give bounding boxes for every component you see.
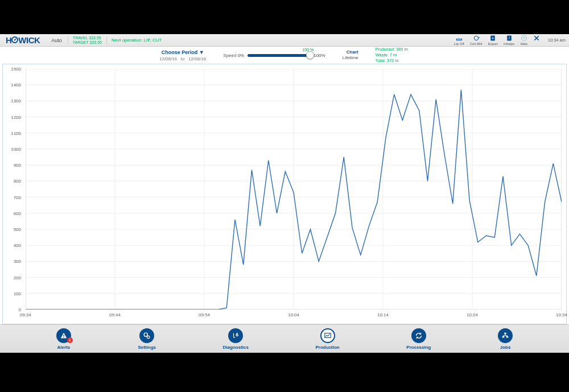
x-tick-label: 10:04: [288, 312, 299, 317]
speed-right-label: 100%: [314, 53, 325, 58]
speed-slider[interactable]: 100 %: [248, 54, 310, 57]
travel-target-block: TRAVEL 323.55 TARGET 323.55: [68, 36, 107, 44]
y-tick-label: 800: [14, 179, 21, 184]
target-label: TARGET: [73, 40, 89, 44]
y-tick-label: 1000: [11, 146, 21, 151]
stats-block: Produced: 365 m Waste: 7 m Total: 372 m: [376, 47, 408, 63]
stat-total: Total: 372 m: [376, 58, 408, 64]
y-tick-label: 1400: [11, 82, 21, 88]
x-tick-label: 09:34: [20, 312, 31, 317]
brand-logo: H✔WICK: [0, 35, 46, 45]
y-tick-label: 200: [14, 275, 21, 280]
svg-point-32: [144, 333, 147, 336]
stat-produced: Produced: 365 m: [376, 47, 408, 52]
y-tick-label: 900: [14, 163, 21, 168]
nav-diagnostics[interactable]: Diagnostics: [223, 328, 249, 350]
y-tick-label: 400: [14, 243, 21, 248]
logo-o-icon: ✔: [11, 36, 18, 43]
speed-left-label: Speed 0%: [223, 53, 244, 58]
clock: 10:34 am: [545, 38, 569, 43]
period-block: Choose Period ▼ 12/08/16 to 12/08/16: [159, 49, 206, 61]
coil-icon: [473, 35, 480, 42]
next-operation: Next operation: LIP, CUT: [107, 38, 166, 43]
help-button[interactable]: ? Help: [520, 35, 527, 46]
y-tick-label: 100: [14, 291, 21, 296]
svg-rect-35: [504, 332, 506, 334]
svg-rect-30: [63, 335, 64, 337]
infotips-icon: i: [506, 35, 513, 42]
y-tick-label: 1100: [11, 130, 21, 135]
x-tick-label: 10:24: [467, 312, 478, 317]
x-tick-label: 09:44: [109, 312, 121, 317]
y-tick-label: 1200: [11, 114, 21, 119]
jobs-icon: [501, 332, 509, 340]
gear-icon: [143, 332, 151, 340]
infotips-button[interactable]: i Infotips: [504, 35, 514, 46]
x-axis-labels: 09:3409:4409:5410:0410:1410:2410:34: [26, 312, 562, 320]
export-button[interactable]: Export: [488, 35, 498, 46]
stat-waste: Waste: 7 m: [376, 52, 408, 58]
chart-word[interactable]: Chart: [347, 49, 358, 55]
y-tick-label: 300: [14, 259, 21, 264]
y-axis-labels: 0100200300400500600700800900100011001200…: [3, 69, 23, 310]
controls-row: Choose Period ▼ 12/08/16 to 12/08/16 Spe…: [0, 47, 569, 64]
svg-rect-34: [324, 333, 331, 337]
top-icon-row: Lip Off Coil 654 Export i Infotips ? Hel…: [450, 35, 545, 46]
svg-rect-37: [506, 336, 509, 337]
y-tick-label: 0: [19, 307, 21, 312]
help-icon: ?: [521, 35, 527, 42]
y-tick-label: 1300: [11, 98, 21, 104]
y-tick-label: 600: [14, 211, 21, 216]
nav-processing[interactable]: Processing: [406, 328, 431, 350]
svg-point-1: [474, 36, 479, 40]
y-tick-label: 1500: [11, 67, 21, 72]
processing-icon: [415, 332, 423, 340]
travel-label: TRAVEL: [73, 36, 88, 40]
top-bar: H✔WICK Auto TRAVEL 323.55 TARGET 323.55 …: [0, 34, 569, 47]
lipoff-icon: [456, 35, 463, 42]
svg-point-33: [147, 336, 150, 338]
coil-button[interactable]: Coil 654: [470, 35, 483, 46]
chevron-down-icon: ▼: [199, 49, 204, 55]
close-icon: [533, 35, 540, 42]
slider-thumb[interactable]: [306, 51, 314, 59]
chart-lifetime-block: Chart Lifetime: [343, 49, 358, 61]
speed-block: Speed 0% 100 % 100%: [223, 53, 325, 58]
svg-rect-36: [502, 336, 505, 337]
svg-text:?: ?: [523, 36, 525, 40]
line-chart: [26, 69, 562, 310]
lifetime-word[interactable]: Lifetime: [343, 55, 358, 61]
production-chart-icon: [324, 332, 332, 340]
export-icon: [489, 35, 496, 42]
chart-panel: 0100200300400500600700800900100011001200…: [2, 64, 567, 324]
date-range: 12/08/16 to 12/08/16: [159, 56, 206, 61]
bottom-nav: 1 Alerts Settings Diagnostics Production…: [0, 324, 569, 353]
x-tick-label: 10:14: [377, 312, 389, 317]
speed-top-label: 100 %: [302, 48, 314, 52]
alerts-badge: 1: [67, 337, 73, 343]
alert-icon: [60, 332, 68, 340]
x-tick-label: 10:34: [556, 312, 567, 317]
close-button[interactable]: [533, 35, 540, 46]
tools-icon: [232, 332, 240, 340]
x-tick-label: 09:54: [199, 312, 210, 317]
y-tick-label: 700: [14, 195, 21, 200]
svg-rect-31: [63, 337, 64, 337]
nav-production[interactable]: Production: [316, 328, 340, 350]
nav-alerts[interactable]: 1 Alerts: [56, 328, 71, 350]
nav-jobs[interactable]: Jobs: [498, 328, 513, 350]
choose-period-dropdown[interactable]: Choose Period ▼: [159, 49, 206, 55]
svg-rect-0: [456, 39, 461, 40]
nav-settings[interactable]: Settings: [138, 328, 156, 350]
chart-plot-area: [26, 69, 562, 310]
app-window: H✔WICK Auto TRAVEL 323.55 TARGET 323.55 …: [0, 34, 569, 353]
mode-label: Auto: [46, 38, 68, 43]
target-value: 323.55: [90, 40, 102, 44]
travel-value: 323.55: [89, 36, 101, 40]
lipoff-button[interactable]: Lip Off: [454, 35, 464, 46]
y-tick-label: 500: [14, 226, 21, 232]
